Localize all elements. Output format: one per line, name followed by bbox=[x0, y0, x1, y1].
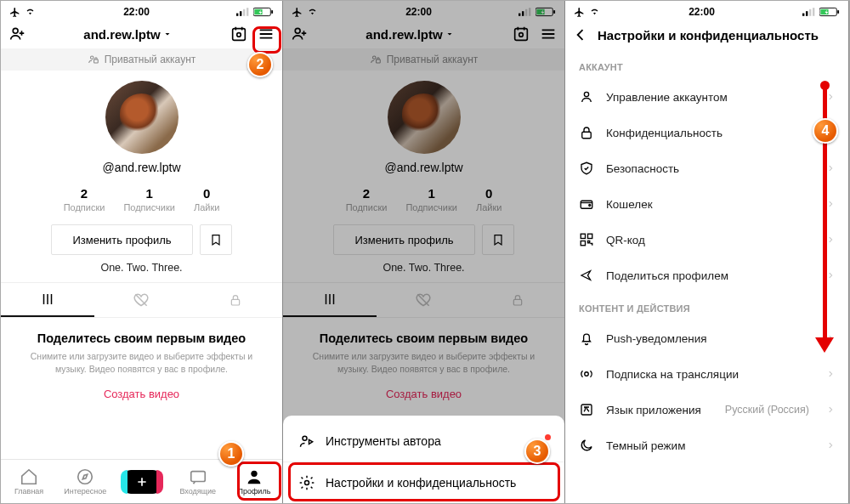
svg-rect-33 bbox=[809, 9, 811, 16]
stat-following[interactable]: 2 Подписки bbox=[64, 186, 105, 212]
add-friend-icon[interactable] bbox=[8, 25, 26, 43]
row-share-profile[interactable]: Поделиться профилем bbox=[565, 258, 848, 293]
svg-point-30 bbox=[305, 481, 309, 485]
svg-rect-8 bbox=[233, 29, 246, 41]
callout-badge: 3 bbox=[524, 439, 550, 464]
calendar-icon[interactable] bbox=[230, 25, 248, 43]
svg-rect-32 bbox=[806, 11, 808, 16]
row-live-sub[interactable]: Подписка на трансляции bbox=[565, 356, 848, 392]
username-dropdown[interactable]: and.rew.lptw bbox=[83, 27, 172, 42]
svg-rect-12 bbox=[231, 299, 239, 305]
add-friend-icon[interactable] bbox=[290, 25, 309, 43]
bookmark-button[interactable] bbox=[200, 224, 232, 255]
nav-home[interactable]: Главная bbox=[1, 467, 57, 496]
svg-point-38 bbox=[584, 92, 588, 96]
svg-rect-24 bbox=[515, 29, 528, 41]
battery-icon bbox=[253, 7, 274, 17]
content-tabs bbox=[1, 282, 282, 318]
settings-header: Настройки и конфиденциальность bbox=[565, 21, 848, 52]
stat-followers[interactable]: 1 Подписчики bbox=[123, 186, 175, 212]
empty-state: Поделитесь своим первым видео Снимите ил… bbox=[1, 318, 282, 401]
qr-icon bbox=[579, 232, 594, 247]
calendar-icon[interactable] bbox=[512, 25, 530, 43]
bookmark-button[interactable] bbox=[482, 224, 514, 255]
bottom-nav: Главная Интересное Входящие Профиль bbox=[1, 459, 282, 503]
airplane-icon bbox=[292, 7, 303, 18]
username-label: and.rew.lptw bbox=[83, 27, 160, 42]
airplane-icon bbox=[9, 7, 20, 18]
row-wallet[interactable]: Кошелек bbox=[565, 186, 848, 222]
profile-icon bbox=[245, 467, 264, 486]
profile-topbar: and.rew.lptw bbox=[1, 21, 282, 48]
wifi-icon bbox=[588, 7, 601, 17]
hamburger-icon[interactable] bbox=[539, 25, 558, 43]
edit-profile-button[interactable]: Изменить профиль bbox=[51, 224, 192, 255]
svg-point-45 bbox=[585, 372, 589, 377]
row-push[interactable]: Push-уведомления bbox=[565, 320, 848, 356]
signal-icon bbox=[802, 8, 816, 16]
status-bar: 22:00 bbox=[1, 1, 282, 21]
svg-rect-46 bbox=[581, 405, 592, 415]
svg-rect-39 bbox=[582, 132, 592, 139]
svg-rect-0 bbox=[236, 14, 238, 16]
plus-icon bbox=[124, 470, 160, 494]
nav-create[interactable] bbox=[113, 470, 169, 494]
scroll-arrow-head-icon bbox=[815, 337, 834, 353]
page-title: Настройки и конфиденциальность bbox=[598, 28, 819, 42]
svg-point-26 bbox=[372, 56, 376, 59]
tab-grid[interactable] bbox=[1, 283, 94, 317]
row-dark-mode[interactable]: Темный режим bbox=[565, 428, 848, 463]
chevron-right-icon bbox=[826, 91, 835, 103]
tab-liked[interactable] bbox=[377, 283, 470, 317]
chevron-right-icon bbox=[826, 198, 835, 210]
bell-icon bbox=[579, 331, 594, 346]
nav-profile[interactable]: Профиль bbox=[226, 467, 282, 496]
svg-point-10 bbox=[90, 56, 94, 59]
wifi-icon bbox=[306, 7, 319, 17]
username-dropdown[interactable]: and.rew.lptw bbox=[366, 27, 454, 42]
private-label: Приватный аккаунт bbox=[105, 54, 196, 65]
live-icon bbox=[579, 366, 594, 382]
callout-badge: 1 bbox=[218, 441, 244, 467]
svg-rect-34 bbox=[813, 8, 814, 16]
sheet-creator-tools[interactable]: Инструменты автора bbox=[283, 421, 564, 462]
stats-row: 2 Подписки 1 Подписчики 0 Лайки bbox=[1, 186, 282, 212]
tab-liked[interactable] bbox=[94, 283, 188, 317]
stat-likes[interactable]: 0 Лайки bbox=[194, 186, 219, 212]
row-qr-code[interactable]: QR-код bbox=[565, 222, 848, 258]
screen-profile-sheet: 22:00 and.rew.lptw Приватный аккаунт @an… bbox=[283, 1, 565, 503]
row-app-language[interactable]: Язык приложения Русский (Россия) bbox=[565, 392, 848, 428]
row-manage-account[interactable]: Управление аккаунтом bbox=[565, 79, 848, 115]
person-icon bbox=[579, 89, 594, 105]
chevron-right-icon bbox=[826, 234, 835, 246]
svg-point-41 bbox=[589, 205, 591, 207]
svg-rect-17 bbox=[522, 11, 524, 16]
inbox-icon bbox=[189, 467, 207, 486]
tab-private[interactable] bbox=[471, 283, 564, 317]
tab-private[interactable] bbox=[189, 283, 282, 317]
lock-icon bbox=[579, 125, 594, 140]
avatar bbox=[388, 81, 461, 154]
edit-profile-button[interactable]: Изменить профиль bbox=[333, 224, 474, 255]
svg-rect-14 bbox=[190, 472, 205, 482]
svg-point-15 bbox=[251, 471, 257, 477]
chevron-right-icon bbox=[826, 269, 835, 281]
back-icon[interactable] bbox=[572, 26, 589, 43]
tab-grid[interactable] bbox=[283, 283, 377, 317]
svg-rect-22 bbox=[553, 10, 555, 14]
svg-point-23 bbox=[295, 28, 300, 33]
sheet-settings[interactable]: Настройки и конфиденциальность bbox=[283, 462, 564, 503]
create-video-link[interactable]: Создать видео bbox=[104, 388, 179, 400]
creator-tools-icon bbox=[298, 433, 315, 450]
wifi-icon bbox=[24, 7, 37, 17]
svg-point-25 bbox=[519, 33, 524, 37]
row-security[interactable]: Безопасность bbox=[565, 150, 848, 186]
hamburger-icon[interactable] bbox=[257, 25, 275, 43]
gear-icon bbox=[298, 474, 315, 491]
nav-inbox[interactable]: Входящие bbox=[170, 467, 226, 496]
svg-rect-11 bbox=[94, 59, 98, 63]
avatar[interactable] bbox=[105, 81, 178, 154]
empty-subtitle: Снимите или загрузите видео и выберите э… bbox=[26, 350, 257, 376]
nav-discover[interactable]: Интересное bbox=[57, 467, 113, 496]
row-privacy[interactable]: Конфиденциальность bbox=[565, 115, 848, 150]
